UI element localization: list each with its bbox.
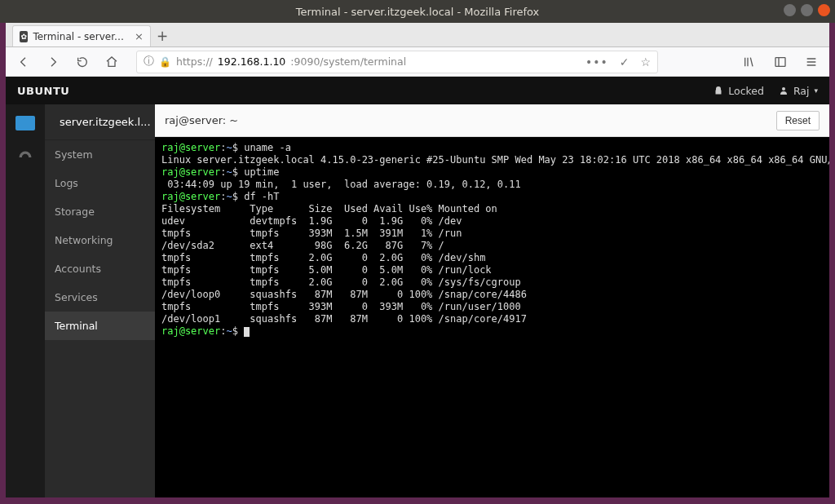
terminal-output[interactable]: raj@server:~$ uname -a Linux server.itzg… bbox=[155, 137, 829, 497]
sidebar-item-label: Terminal bbox=[55, 320, 98, 332]
sidebar-item-storage[interactable]: Storage bbox=[45, 197, 155, 226]
sidebar-item-terminal[interactable]: Terminal bbox=[45, 312, 155, 340]
browser-tab-active[interactable]: ✿ Terminal - server.itzgeek.l × bbox=[12, 25, 151, 46]
user-label: Raj bbox=[793, 85, 810, 97]
window-minimize-button[interactable] bbox=[784, 4, 796, 16]
nav-back-button[interactable] bbox=[12, 51, 35, 73]
sidebar-host[interactable]: server.itzgeek.l... bbox=[45, 104, 155, 140]
locked-indicator[interactable]: Locked bbox=[714, 85, 764, 97]
url-scheme: https:// bbox=[176, 55, 213, 68]
menu-button[interactable] bbox=[800, 51, 823, 73]
sidebar-item-label: Storage bbox=[55, 206, 95, 218]
nav-forward-button[interactable] bbox=[42, 51, 64, 73]
cockpit-main: server.itzgeek.l... System Logs Storage … bbox=[6, 104, 829, 497]
sidebar-icon[interactable] bbox=[769, 51, 792, 73]
cockpit-brand: UBUNTU bbox=[17, 85, 69, 97]
server-icon[interactable] bbox=[15, 116, 35, 130]
cockpit-sidebar: server.itzgeek.l... System Logs Storage … bbox=[45, 104, 155, 497]
lock-icon bbox=[714, 86, 723, 95]
page-actions-button[interactable]: ••• bbox=[585, 55, 608, 69]
lock-icon: 🔒 bbox=[159, 56, 171, 68]
window-close-button[interactable] bbox=[818, 4, 830, 16]
library-icon[interactable] bbox=[738, 51, 761, 73]
sidebar-item-networking[interactable]: Networking bbox=[45, 226, 155, 254]
pocket-icon[interactable]: ✓ bbox=[620, 55, 630, 69]
window-title: Terminal - server.itzgeek.local - Mozill… bbox=[296, 6, 540, 18]
sidebar-item-accounts[interactable]: Accounts bbox=[45, 254, 155, 283]
url-host: 192.168.1.10 bbox=[218, 55, 286, 68]
nav-home-button[interactable] bbox=[100, 51, 123, 73]
sidebar-item-logs[interactable]: Logs bbox=[45, 169, 155, 197]
cockpit-iconcolumn bbox=[6, 104, 45, 497]
terminal-reset-button[interactable]: Reset bbox=[776, 111, 820, 130]
user-icon bbox=[779, 86, 789, 95]
sidebar-item-label: Networking bbox=[55, 234, 113, 246]
cockpit-content: raj@server: ~ Reset raj@server:~$ uname … bbox=[155, 104, 829, 497]
cockpit-header: UBUNTU Locked Raj ▾ bbox=[6, 77, 829, 104]
tab-close-button[interactable]: × bbox=[135, 30, 144, 42]
url-bar[interactable]: ⓘ 🔒 https://192.168.1.10:9090/system/ter… bbox=[136, 51, 658, 73]
sidebar-item-services[interactable]: Services bbox=[45, 283, 155, 312]
locked-label: Locked bbox=[728, 85, 764, 97]
sidebar-item-system[interactable]: System bbox=[45, 140, 155, 169]
sidebar-item-label: Accounts bbox=[55, 263, 101, 275]
browser-tabstrip: ✿ Terminal - server.itzgeek.l × + bbox=[6, 23, 829, 47]
terminal-header: raj@server: ~ Reset bbox=[155, 104, 829, 137]
dashboard-icon[interactable] bbox=[15, 150, 35, 165]
sidebar-host-label: server.itzgeek.l... bbox=[60, 116, 151, 128]
svg-rect-0 bbox=[775, 57, 785, 66]
chevron-down-icon: ▾ bbox=[814, 86, 818, 95]
window-maximize-button[interactable] bbox=[801, 4, 813, 16]
site-info-icon[interactable]: ⓘ bbox=[144, 55, 154, 69]
tab-favicon-icon: ✿ bbox=[20, 31, 28, 42]
svg-point-1 bbox=[782, 87, 785, 91]
user-menu[interactable]: Raj ▾ bbox=[779, 85, 818, 97]
bookmark-star-icon[interactable]: ☆ bbox=[640, 55, 651, 69]
sidebar-item-label: Services bbox=[55, 291, 98, 303]
window-controls bbox=[784, 4, 830, 16]
window-titlebar: Terminal - server.itzgeek.local - Mozill… bbox=[0, 0, 835, 23]
nav-reload-button[interactable] bbox=[71, 51, 94, 73]
terminal-title: raj@server: ~ bbox=[165, 114, 238, 126]
sidebar-item-label: System bbox=[55, 148, 93, 161]
sidebar-item-label: Logs bbox=[55, 177, 78, 189]
browser-navbar: ⓘ 🔒 https://192.168.1.10:9090/system/ter… bbox=[6, 47, 829, 77]
tab-title: Terminal - server.itzgeek.l bbox=[33, 31, 126, 42]
url-path: :9090/system/terminal bbox=[290, 55, 406, 68]
new-tab-button[interactable]: + bbox=[151, 25, 174, 46]
